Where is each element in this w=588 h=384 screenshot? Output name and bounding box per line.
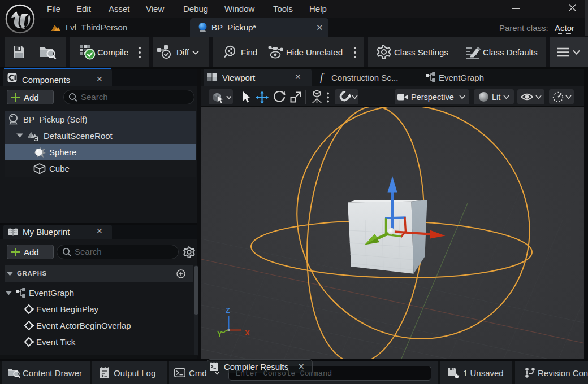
svg-text:Z: Z [226,306,230,315]
svg-text:Y: Y [217,330,222,338]
svg-text:X: X [245,329,250,337]
